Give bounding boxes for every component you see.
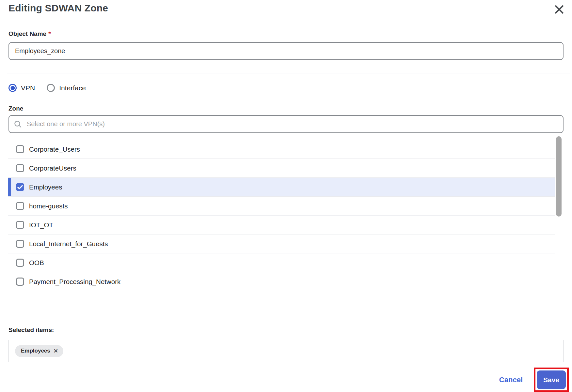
radio-unselected-icon <box>47 84 55 92</box>
vpn-row-corporate-users[interactable]: Corporate_Users <box>8 140 555 159</box>
close-button[interactable] <box>552 3 566 17</box>
zone-search <box>8 115 564 133</box>
radio-option-interface[interactable]: Interface <box>47 84 86 92</box>
vpn-row-label: IOT_OT <box>29 221 53 229</box>
object-name-label-text: Object Name <box>8 30 46 37</box>
vpn-row-label: Corporate_Users <box>29 145 80 153</box>
radio-selected-icon <box>8 84 17 92</box>
edit-sdwan-zone-dialog: Editing SDWAN Zone Object Name* VPN Inte… <box>0 0 572 392</box>
cancel-button[interactable]: Cancel <box>499 376 523 384</box>
vpn-row-label: home-guests <box>29 202 68 210</box>
checkbox-checked-icon[interactable] <box>16 183 24 191</box>
vpn-row-home-guests[interactable]: home-guests <box>8 197 555 216</box>
checkbox-unchecked-icon[interactable] <box>16 221 24 229</box>
vpn-row-label: Employees <box>29 183 62 191</box>
checkbox-unchecked-icon[interactable] <box>16 259 24 267</box>
vpn-row-iot-ot[interactable]: IOT_OT <box>8 216 555 234</box>
checkbox-unchecked-icon[interactable] <box>16 145 24 153</box>
list-scrollbar-thumb[interactable] <box>556 136 562 217</box>
search-icon <box>14 120 22 128</box>
checkbox-unchecked-icon[interactable] <box>16 164 24 172</box>
object-name-label: Object Name* <box>8 30 564 38</box>
selected-chip-employees: Employees ✕ <box>15 345 63 357</box>
dialog-title: Editing SDWAN Zone <box>8 3 108 14</box>
vpn-row-payment-processing-network[interactable]: Payment_Processing_Network <box>8 272 555 291</box>
object-name-input[interactable] <box>8 42 564 60</box>
radio-option-vpn[interactable]: VPN <box>8 84 35 92</box>
dialog-header: Editing SDWAN Zone <box>8 0 564 17</box>
save-button[interactable]: Save <box>537 370 566 389</box>
annotation-highlight-box: Save <box>534 368 569 392</box>
checkbox-unchecked-icon[interactable] <box>16 278 24 286</box>
vpn-search-input[interactable] <box>8 115 564 133</box>
vpn-row-label: CorporateUsers <box>29 164 76 172</box>
zone-label: Zone <box>8 105 564 112</box>
selected-items-container: Employees ✕ <box>8 340 564 362</box>
vpn-row-label: Local_Internet_for_Guests <box>29 240 108 248</box>
chip-remove-icon[interactable]: ✕ <box>54 348 58 354</box>
radio-interface-label: Interface <box>59 84 86 92</box>
vpn-row-label: OOB <box>29 259 44 267</box>
vpn-list: Corporate_Users CorporateUsers Employees… <box>8 140 555 291</box>
checkbox-unchecked-icon[interactable] <box>16 240 24 248</box>
section-divider <box>7 73 570 73</box>
chip-label: Employees <box>21 348 50 354</box>
required-asterisk: * <box>48 30 51 37</box>
vpn-row-corporateusers[interactable]: CorporateUsers <box>8 159 555 178</box>
dialog-footer: Cancel Save <box>8 368 569 392</box>
zone-type-radio-group: VPN Interface <box>8 84 564 92</box>
radio-vpn-label: VPN <box>21 84 35 92</box>
vpn-row-label: Payment_Processing_Network <box>29 278 120 286</box>
vpn-row-employees[interactable]: Employees <box>8 178 555 197</box>
selected-items-label: Selected items: <box>8 326 564 334</box>
close-icon <box>553 12 565 17</box>
vpn-row-oob[interactable]: OOB <box>8 253 555 272</box>
checkbox-unchecked-icon[interactable] <box>16 202 24 210</box>
vpn-row-local-internet-for-guests[interactable]: Local_Internet_for_Guests <box>8 234 555 253</box>
